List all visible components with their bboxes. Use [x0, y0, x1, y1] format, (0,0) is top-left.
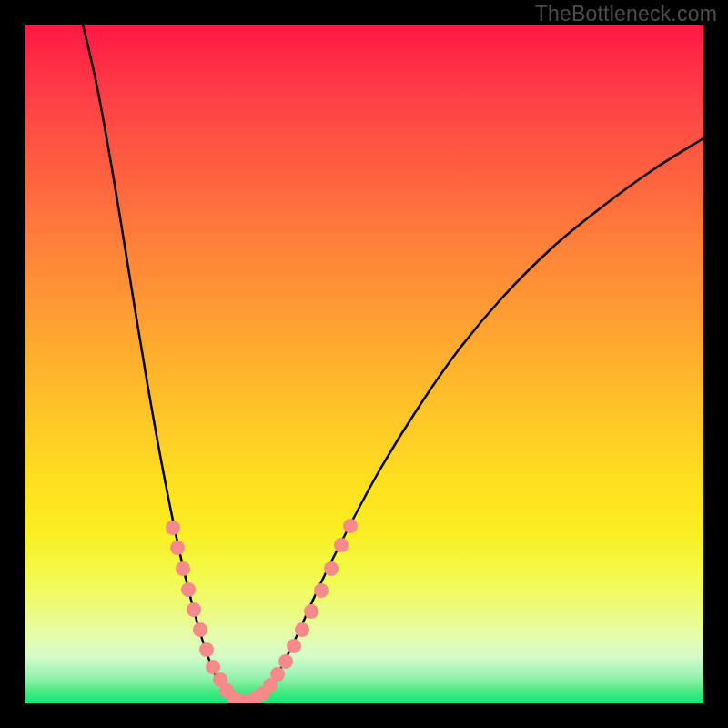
data-point: [206, 660, 220, 674]
chart-svg: [25, 25, 703, 703]
data-point: [166, 521, 180, 535]
data-point: [324, 561, 339, 576]
data-point: [193, 622, 207, 637]
data-point: [199, 642, 214, 657]
data-point: [278, 654, 293, 669]
plot-area: [25, 25, 703, 703]
data-point-markers: [166, 519, 358, 703]
data-point: [343, 519, 358, 533]
data-point: [287, 639, 301, 653]
data-point: [334, 538, 349, 552]
bottleneck-curve: [83, 25, 703, 702]
data-point: [170, 541, 185, 555]
watermark-text: TheBottleneck.com: [535, 2, 717, 26]
data-point: [176, 561, 190, 576]
data-point: [187, 602, 201, 617]
data-point: [295, 622, 309, 637]
data-point: [270, 667, 285, 682]
chart-frame: TheBottleneck.com: [0, 0, 728, 728]
data-point: [304, 604, 318, 619]
data-point: [181, 582, 196, 597]
data-point: [314, 583, 329, 598]
